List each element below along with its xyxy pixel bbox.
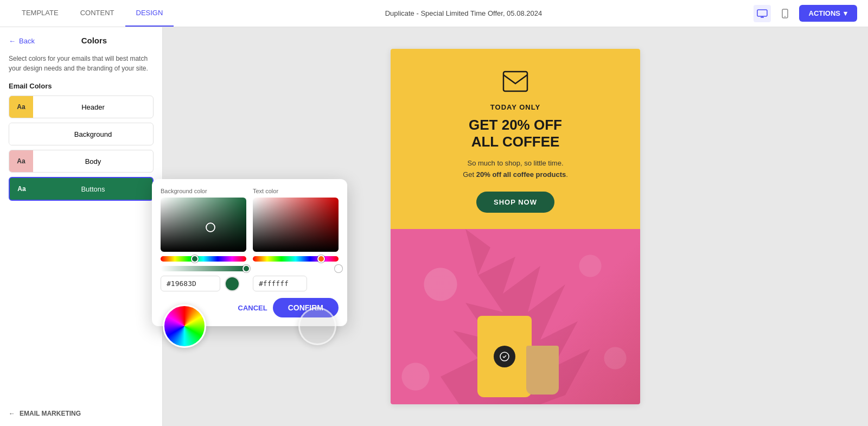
- buttons-label: Buttons: [34, 185, 152, 193]
- body-text-line1: So much to shop, so little time.: [467, 159, 563, 167]
- sidebar: ← Back Colors Select colors for your ema…: [0, 27, 163, 426]
- text-color-col: Text color: [253, 188, 339, 291]
- email-top-section: TODAY ONLY GET 20% OFF ALL COFFEE So muc…: [391, 49, 640, 229]
- text-gradient-fill: [253, 198, 339, 252]
- actions-label: ACTIONS: [809, 9, 841, 17]
- bg-hue-thumb: [191, 255, 199, 263]
- main-layout: ← Back Colors Select colors for your ema…: [0, 27, 868, 426]
- sidebar-footer[interactable]: ← EMAIL MARKETING: [9, 410, 81, 417]
- body-color-row[interactable]: Aa Body: [9, 150, 154, 173]
- body-text-bold: 20% off all coffee products: [476, 170, 566, 179]
- background-swatch: [9, 123, 33, 145]
- body-text-end: .: [566, 170, 568, 179]
- magnifier-circle-bg: [163, 304, 206, 348]
- bg-color-col: Background color: [161, 188, 246, 291]
- colors-title: Colors: [81, 36, 107, 45]
- topbar-title: Duplicate - Special Limited Time Offer, …: [174, 9, 753, 17]
- svg-point-2: [784, 16, 786, 17]
- sidebar-header: ← Back Colors: [9, 36, 154, 47]
- tab-content[interactable]: CONTENT: [69, 0, 125, 27]
- email-headline: GET 20% OFF ALL COFFEE: [407, 117, 624, 150]
- header-swatch: Aa: [9, 96, 33, 118]
- email-marketing-back-icon: ←: [9, 410, 15, 417]
- color-picker-popup: Background color: [152, 179, 347, 326]
- bg-hue-strip[interactable]: [161, 256, 246, 262]
- body-label: Body: [33, 157, 153, 166]
- shop-now-button[interactable]: SHOP NOW: [476, 192, 554, 213]
- coffee-cup: [526, 346, 559, 395]
- svg-rect-3: [503, 72, 527, 91]
- topbar-actions: ACTIONS ▾: [754, 5, 858, 22]
- back-label: Back: [19, 37, 35, 45]
- email-headline-line1: GET 20% OFF: [407, 117, 624, 133]
- svg-rect-0: [757, 10, 767, 16]
- topbar-tabs: TEMPLATE CONTENT DESIGN: [11, 0, 174, 27]
- text-opacity-thumb: [335, 265, 342, 272]
- text-col-label: Text color: [253, 188, 339, 194]
- email-today-label: TODAY ONLY: [407, 103, 624, 111]
- coffee-bag-label: [494, 346, 515, 367]
- background-color-row[interactable]: Background: [9, 123, 154, 145]
- buttons-swatch: Aa: [10, 178, 34, 200]
- email-marketing-label: EMAIL MARKETING: [20, 410, 81, 417]
- body-swatch: Aa: [9, 150, 33, 172]
- mobile-icon[interactable]: [776, 5, 794, 22]
- back-arrow-icon: ←: [9, 37, 16, 45]
- bg-gradient-box[interactable]: [161, 198, 246, 252]
- back-button[interactable]: ← Back: [9, 37, 35, 45]
- email-body-text: So much to shop, so little time. Get 20%…: [407, 158, 624, 181]
- email-preview: TODAY ONLY GET 20% OFF ALL COFFEE So muc…: [391, 49, 640, 404]
- bg-picker-cursor: [206, 222, 215, 232]
- actions-button[interactable]: ACTIONS ▾: [799, 5, 858, 22]
- text-hex-input[interactable]: [253, 276, 307, 291]
- email-colors-label: Email Colors: [9, 82, 154, 90]
- header-label: Header: [33, 103, 153, 111]
- sidebar-description: Select colors for your emails that will …: [9, 54, 154, 73]
- text-hue-thumb: [317, 255, 325, 263]
- bg-gradient-fill: [161, 198, 246, 252]
- text-gradient-box[interactable]: [253, 198, 339, 252]
- tab-design[interactable]: DESIGN: [125, 0, 174, 27]
- desktop-icon[interactable]: [754, 5, 771, 22]
- chevron-down-icon: ▾: [844, 9, 847, 17]
- email-headline-line2: ALL COFFEE: [407, 133, 624, 150]
- bg-opacity-thumb: [242, 265, 250, 272]
- email-product-image: [391, 229, 640, 404]
- topbar: TEMPLATE CONTENT DESIGN Duplicate - Spec…: [0, 0, 868, 27]
- picker-columns: Background color: [161, 188, 339, 291]
- bg-hex-input[interactable]: [161, 276, 220, 291]
- text-hue-strip[interactable]: [253, 256, 339, 262]
- cancel-button[interactable]: CANCEL: [238, 304, 267, 312]
- body-text-line2: Get: [463, 170, 476, 179]
- magnifier-circle-confirm: [298, 307, 336, 345]
- text-opacity-strip[interactable]: [253, 266, 339, 271]
- tab-template[interactable]: TEMPLATE: [11, 0, 69, 27]
- buttons-color-row[interactable]: Aa Buttons: [9, 177, 154, 201]
- background-label: Background: [33, 130, 153, 138]
- coffee-bag: [477, 316, 532, 397]
- bg-color-preview: [225, 276, 240, 291]
- header-color-row[interactable]: Aa Header: [9, 96, 154, 118]
- bg-opacity-strip[interactable]: [161, 266, 246, 271]
- bg-col-label: Background color: [161, 188, 246, 194]
- email-envelope-icon: [407, 71, 624, 94]
